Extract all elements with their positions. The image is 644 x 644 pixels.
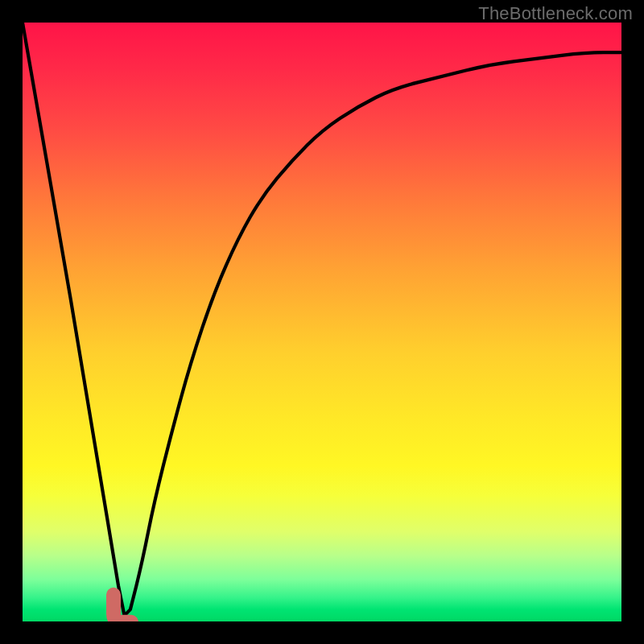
watermark-text: TheBottleneck.com <box>478 3 633 24</box>
bottleneck-curve <box>23 23 621 616</box>
curve-layer <box>23 23 621 621</box>
plot-area <box>23 23 621 621</box>
chart-frame: TheBottleneck.com <box>0 0 644 644</box>
